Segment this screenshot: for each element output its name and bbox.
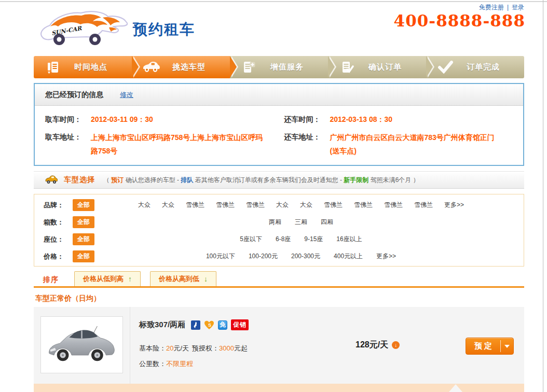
brand-option[interactable]: 雪佛兰 (246, 201, 265, 209)
box-option[interactable]: 三厢 (295, 218, 307, 227)
box-option[interactable]: 四厢 (321, 218, 333, 227)
sort-tab-price-asc[interactable]: 价格从低到高 ↑ (74, 271, 141, 286)
booking-info-panel: 您已经预订的信息 修改 取车时间： 2012-03-11 09：30 还车时间：… (34, 83, 524, 166)
booking-info-header: 您已经预订的信息 修改 (35, 84, 523, 106)
pickup-address-label: 取车地址： (45, 133, 91, 158)
brand-options: 大众 大众 雪佛兰 雪佛兰 雪佛兰 大众 大众 雪佛兰 雪佛兰 雪佛兰 雪佛兰 … (128, 201, 474, 209)
note-text: 驾照未满6个月 ） (368, 176, 419, 184)
sun-car-logo[interactable]: SUN-CAR (36, 8, 131, 49)
insurance-unit: 元/天 (173, 344, 189, 352)
step-order-complete[interactable]: 订单完成 (426, 56, 524, 78)
service-phone-number: 400-8888-888 (394, 11, 525, 30)
register-link[interactable]: 免费注册 (479, 4, 504, 11)
account-links: 免费注册|登录 (479, 3, 524, 12)
preauth-unit: 元起 (234, 344, 248, 352)
return-time-row: 还车时间： 2012-03-13 08：30 (284, 115, 524, 124)
brand-filter-label: 品牌： (44, 201, 71, 210)
step-confirm-order[interactable]: 确认订单 (328, 56, 426, 78)
step-value-added-services[interactable]: 增值服务 (230, 56, 328, 78)
return-time-label: 还车时间： (284, 115, 330, 124)
chevron-down-icon (504, 345, 510, 348)
brand-option[interactable]: 雪佛兰 (186, 201, 204, 209)
car-title-row: 标致307/两厢 S 免 促销 (139, 319, 249, 330)
daily-price: 128元/天 ↓ (355, 340, 400, 351)
brand-more-link[interactable]: 更多>> (444, 201, 464, 209)
page-title: 预约租车 (133, 20, 195, 39)
box-filter-label: 箱数： (44, 218, 71, 227)
seat-option[interactable]: 5座以下 (240, 235, 262, 244)
arrow-down-icon: ↓ (204, 275, 208, 283)
book-split-button[interactable]: 预 定 (466, 338, 514, 355)
booking-page: SUN-CAR 预约租车 免费注册|登录 400-8888-888 时间地点 (0, 0, 547, 392)
brand-all-button[interactable]: 全部 (73, 199, 94, 211)
brand-option[interactable]: 雪佛兰 (216, 201, 235, 209)
brand-option[interactable]: 雪佛兰 (354, 201, 373, 209)
sort-tab-price-desc[interactable]: 价格从高到低 ↓ (150, 271, 216, 286)
seat-option[interactable]: 6-8座 (276, 235, 291, 244)
note-keyword-queue: 排队 (181, 176, 193, 184)
brand-option[interactable]: 大众 (138, 201, 151, 209)
sort-tab-label: 价格从低到高 (83, 274, 124, 284)
seat-option[interactable]: 9-15座 (304, 235, 323, 244)
mileage-label: 公里数： (139, 360, 166, 368)
peugeot-brand-icon (191, 320, 200, 330)
step-choose-model[interactable]: 挑选车型 (132, 56, 230, 78)
pickup-time-label: 取车时间： (45, 115, 91, 124)
price-more-link[interactable]: 更多>> (376, 252, 396, 261)
seat-option[interactable]: 16座以上 (336, 235, 362, 244)
step-label: 订单完成 (467, 62, 500, 72)
sort-tab-label: 价格从高到低 (159, 274, 199, 284)
box-option[interactable]: 两厢 (269, 218, 281, 227)
car-photo[interactable] (40, 316, 123, 373)
brand-option[interactable]: 大众 (276, 201, 289, 209)
price-text: 128元/天 (355, 340, 388, 351)
mileage-row: 公里数：不限里程 (139, 359, 249, 369)
brand-option[interactable]: 雪佛兰 (384, 201, 403, 209)
listing-divider (130, 307, 130, 384)
note-text: （ (103, 176, 111, 184)
modify-link[interactable]: 修改 (120, 90, 133, 100)
pickup-time-value: 2012-03-11 09：30 (91, 115, 265, 124)
brand-option[interactable]: 雪佛兰 (414, 201, 433, 209)
book-dropdown-toggle[interactable] (501, 338, 513, 354)
book-button[interactable]: 预 定 (466, 338, 500, 354)
box-all-button[interactable]: 全部 (73, 216, 94, 228)
pickup-address-row: 取车地址： 上海上海市宝山区呼玛路758号上海上海市宝山区呼玛路758号 (45, 133, 284, 158)
booking-info-title: 您已经预订的信息 (45, 90, 103, 100)
pointer-up-icon (449, 384, 462, 392)
filter-row-price: 价格： 全部 100元以下 100-200元 200-300元 400元以上 更… (34, 248, 524, 265)
booking-info-grid: 取车时间： 2012-03-11 09：30 还车时间： 2012-03-13 … (35, 106, 523, 166)
model-selection-note: （ 预订 确认您选择的车型 - 排队 若其他客户取消订单或有多余车辆我们会及时通… (103, 176, 419, 185)
return-address-label: 还车地址： (284, 133, 330, 158)
price-list-header: 车型正常价（日均） (35, 294, 101, 303)
car-icon (142, 60, 160, 75)
price-option[interactable]: 100-200元 (249, 252, 278, 261)
return-time-value: 2012-03-13 08：30 (330, 115, 504, 124)
arrow-up-icon: ↑ (128, 275, 132, 283)
note-keyword-novice: 新手限制 (344, 176, 368, 184)
seat-all-button[interactable]: 全部 (73, 233, 94, 245)
price-option[interactable]: 200-300元 (291, 252, 320, 261)
filter-panel: 品牌： 全部 大众 大众 雪佛兰 雪佛兰 雪佛兰 大众 大众 雪佛兰 雪佛兰 雪… (34, 194, 524, 267)
price-all-button[interactable]: 全部 (73, 250, 94, 262)
price-option[interactable]: 400元以上 (334, 252, 363, 261)
brand-option[interactable]: 雪佛兰 (324, 201, 343, 209)
seat-options: 5座以下 6-8座 9-15座 16座以上 (128, 235, 474, 244)
price-option[interactable]: 100元以下 (206, 252, 235, 261)
doc-check-icon (338, 60, 356, 75)
login-link[interactable]: 登录 (512, 4, 524, 11)
step-label: 挑选车型 (172, 62, 206, 72)
brand-option[interactable]: 大众 (162, 201, 174, 209)
preauth-label: 预授权： (192, 344, 219, 352)
step-time-place[interactable]: 时间地点 (34, 56, 132, 78)
link-separator: | (507, 4, 509, 11)
preauth-value: 3000 (219, 344, 234, 352)
car-listing-row: 标致307/两厢 S 免 促销 基本险：20元/天预授权：3000元起 公里数：… (34, 307, 524, 384)
check-icon (436, 60, 454, 75)
car-info: 标致307/两厢 S 免 促销 基本险：20元/天预授权：3000元起 公里数：… (139, 319, 249, 369)
free-badge: 免 (218, 320, 227, 330)
flame-car-logo-icon: SUN-CAR (36, 8, 131, 49)
car-image (45, 322, 119, 368)
brand-option[interactable]: 大众 (300, 201, 312, 209)
insurance-label: 基本险： (139, 344, 166, 352)
